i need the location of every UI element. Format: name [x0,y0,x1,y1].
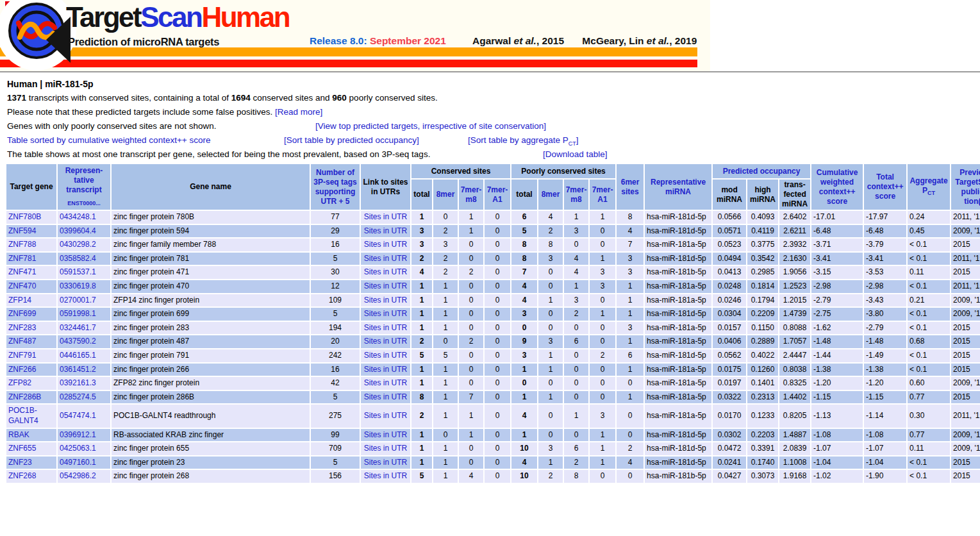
col-poorly-7mer-a1[interactable]: 7mer-A1 [590,180,615,210]
target-gene-link[interactable]: ZFP14 [8,296,31,305]
col-poorly-7mer-m8[interactable]: 7mer-m8 [564,180,588,210]
transcript-link[interactable]: 0591998.1 [60,309,96,318]
cell-gene-name: RB-associated KRAB zinc finger [112,429,310,442]
sites-in-utr-link[interactable]: Sites in UTR [364,226,407,235]
target-gene-link[interactable]: ZNF283 [8,323,36,332]
sites-in-utr-link[interactable]: Sites in UTR [364,351,407,360]
col-total-context-score[interactable]: Total context++ score [864,164,906,210]
group-predicted-occupancy[interactable]: Predicted occupancy [713,164,810,178]
sites-in-utr-link[interactable]: Sites in UTR [364,471,407,480]
target-gene-link[interactable]: ZNF487 [8,337,36,346]
col-poorly-8mer[interactable]: 8mer [538,180,563,210]
transcript-link[interactable]: 0399604.4 [60,226,96,235]
transcript-link[interactable]: 0497160.1 [60,458,96,467]
transcript-link[interactable]: 0361451.2 [60,365,96,374]
target-gene-link[interactable]: ZNF788 [8,240,36,249]
target-gene-link[interactable]: ZFP82 [8,378,31,387]
col-representative-mirna[interactable]: Representative miRNA [645,164,711,210]
sites-in-utr-link[interactable]: Sites in UTR [364,296,407,305]
target-gene-link[interactable]: RBAK [8,430,29,439]
cell-transcript-link: 0330619.8 [58,280,110,293]
cell-conserved-7mer-a1: 0 [485,280,510,293]
col-previous-publications[interactable]: Previous TargetScan publica-tion(s) [951,164,980,210]
transcript-link[interactable]: 0547474.1 [60,411,96,420]
download-table-link[interactable]: [Download table] [543,147,608,162]
sites-in-utr-link[interactable]: Sites in UTR [364,444,407,453]
col-mod-mirna: mod miRNA [713,180,746,210]
cell-representative-mirna: hsa-miR-181d-5p [645,456,711,469]
target-gene-link[interactable]: ZNF594 [8,226,36,235]
transcript-link[interactable]: 0542986.2 [60,471,96,480]
col-6mer-sites[interactable]: 6mer sites [617,164,644,210]
sort-by-occupancy-link[interactable]: [Sort table by predicted occupancy] [284,133,419,147]
cell-occupancy-mod: 0.0406 [713,335,746,348]
target-gene-link[interactable]: ZNF470 [8,281,36,290]
cell-poorly-7mer-m8: 4 [564,266,588,279]
sites-in-utr-link[interactable]: Sites in UTR [364,337,407,346]
cell-poorly-7mer-m8: 3 [564,225,588,238]
transcript-link[interactable]: 0425063.1 [60,444,96,453]
cell-6mer-sites-count: 0 [617,405,644,427]
col-cumulative-weighted-score[interactable]: Cumulative weighted context++ score [811,164,863,210]
transcript-link[interactable]: 0392161.3 [60,378,96,387]
sites-in-utr-link[interactable]: Sites in UTR [364,281,407,290]
header-divider-line [0,71,980,72]
target-gene-link[interactable]: POC1B-GALNT4 [8,406,38,425]
transcript-link[interactable]: 0446165.1 [60,351,96,360]
cell-publications: 2015 [951,322,980,335]
transcript-link[interactable]: 0434248.1 [60,212,96,221]
cell-poorly-total: 10 [511,442,537,455]
target-gene-link[interactable]: ZNF266 [8,365,36,374]
sites-in-utr-link[interactable]: Sites in UTR [364,411,407,420]
sites-in-utr-link[interactable]: Sites in UTR [364,240,407,249]
col-3pseq-tags[interactable]: Number of 3P-seq tags supporting UTR + 5 [311,164,360,210]
transcript-link[interactable]: 0591537.1 [60,267,96,276]
read-more-link[interactable]: [Read more] [275,107,322,117]
transcript-link[interactable]: 0330619.8 [60,281,96,290]
cell-gene-name: zinc finger protein 487 [112,335,310,348]
sites-in-utr-link[interactable]: Sites in UTR [364,458,407,467]
transcript-link[interactable]: 0324461.7 [60,323,96,332]
sites-in-utr-link[interactable]: Sites in UTR [364,267,407,276]
transcript-link[interactable]: 0396912.1 [60,430,96,439]
cell-publications: 2015 [951,239,980,251]
cell-conserved-7mer-a1: 0 [485,322,510,335]
col-conserved-7mer-a1[interactable]: 7mer-A1 [485,180,510,210]
sites-in-utr-link[interactable]: Sites in UTR [364,392,407,401]
sites-in-utr-link[interactable]: Sites in UTR [364,323,407,332]
cell-gene-name: zinc finger protein 699 [112,308,310,321]
col-conserved-8mer[interactable]: 8mer [433,180,458,210]
sites-in-utr-link[interactable]: Sites in UTR [364,212,407,221]
sites-in-utr-link[interactable]: Sites in UTR [364,430,407,439]
col-conserved-7mer-m8[interactable]: 7mer-m8 [459,180,483,210]
cell-cumulative-weighted-score: -3.41 [811,253,863,265]
cell-conserved-total: 3 [411,239,432,251]
cell-conserved-7mer-a1: 0 [485,335,510,348]
target-gene-link[interactable]: ZNF655 [8,444,36,453]
site-title[interactable]: TargetScanHuman [66,1,289,33]
sites-in-utr-link[interactable]: Sites in UTR [364,254,407,263]
target-gene-link[interactable]: ZNF699 [8,309,36,318]
col-representative-transcript[interactable]: Represen-tative transcriptENST0000... [58,164,110,210]
sites-in-utr-link[interactable]: Sites in UTR [364,378,407,387]
transcript-link[interactable]: 0437590.2 [60,337,96,346]
transcript-link[interactable]: 0285274.5 [60,392,96,401]
cell-poorly-7mer-a1: 0 [590,225,615,238]
target-gene-link[interactable]: ZNF780B [8,212,41,221]
col-aggregate-pct[interactable]: Aggregate PCT [908,164,950,210]
target-gene-link[interactable]: ZNF791 [8,351,36,360]
transcript-link[interactable]: 0430298.2 [60,240,96,249]
target-gene-link[interactable]: ZNF23 [8,458,32,467]
target-gene-link[interactable]: ZNF268 [8,471,36,480]
target-gene-link[interactable]: ZNF471 [8,267,36,276]
target-gene-link[interactable]: ZNF286B [8,392,41,401]
transcript-link[interactable]: 0358582.4 [60,254,96,263]
transcript-link[interactable]: 0270001.7 [60,296,96,305]
cell-conserved-total: 1 [411,322,432,335]
view-top-targets-link[interactable]: [View top predicted targets, irrespectiv… [315,119,546,133]
cell-conserved-7mer-a1: 0 [485,405,510,427]
sites-in-utr-link[interactable]: Sites in UTR [364,365,407,374]
sites-in-utr-link[interactable]: Sites in UTR [364,309,407,318]
target-gene-link[interactable]: ZNF781 [8,254,36,263]
cell-conserved-7mer-m8: 0 [459,294,483,307]
